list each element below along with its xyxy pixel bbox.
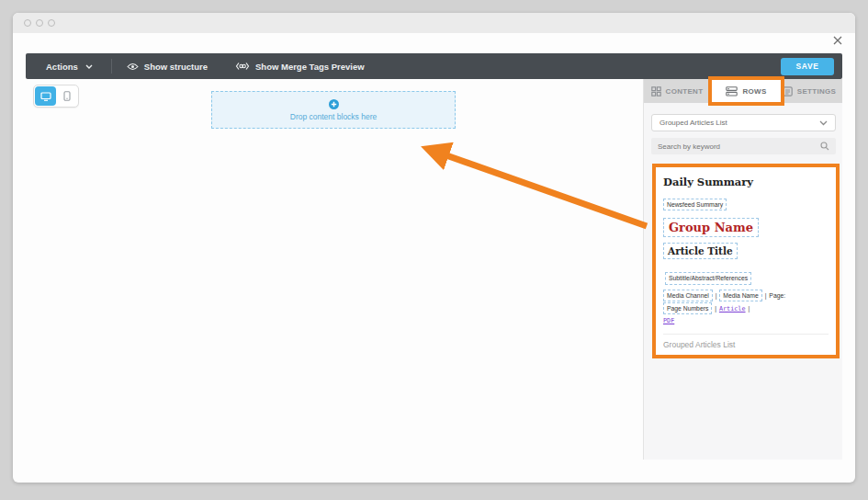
merge-tag-media-name: Media Name	[719, 290, 762, 301]
merge-tag-group-name: Group Name	[663, 218, 759, 237]
add-content-icon	[329, 99, 339, 109]
row-preview-title: Daily Summary	[663, 176, 829, 188]
actions-button[interactable]: Actions	[26, 62, 106, 72]
merge-tag-media-channel: Media Channel	[663, 290, 713, 301]
editor-toolbar: Actions Show structure Show Merge Tags P…	[26, 53, 842, 79]
chevron-down-icon	[819, 120, 828, 126]
save-button[interactable]: SAVE	[781, 58, 834, 75]
search-field	[651, 138, 836, 154]
eye-icon	[127, 62, 139, 71]
pdf-link[interactable]: PDF	[663, 317, 674, 324]
desktop-icon	[40, 92, 51, 101]
editor-window: Actions Show structure Show Merge Tags P…	[13, 13, 855, 483]
desktop-view-button[interactable]	[35, 86, 56, 106]
row-preview-meta: Media Channel | Media Name | Page: Page …	[663, 290, 829, 327]
merge-tag-summary: Newsfeed Summary	[663, 199, 727, 210]
merge-tag-subtitle: Subtitle/Abstract/References	[665, 272, 751, 284]
tab-content-label: CONTENT	[666, 87, 704, 96]
page-label: Page:	[769, 292, 785, 299]
row-preview-grouped-articles[interactable]: Daily Summary Newsfeed Summary Group Nam…	[652, 164, 840, 358]
traffic-light-icon[interactable]	[24, 19, 31, 27]
show-structure-button[interactable]: Show structure	[127, 62, 208, 72]
merge-tags-icon	[235, 62, 250, 71]
meta-separator: |	[765, 292, 767, 299]
search-icon	[820, 142, 829, 151]
tab-settings-label: SETTINGS	[797, 87, 836, 96]
meta-separator: |	[715, 305, 716, 312]
row-category-value: Grouped Articles List	[659, 119, 727, 127]
meta-separator: |	[748, 305, 750, 312]
row-category-select[interactable]: Grouped Articles List	[651, 114, 836, 131]
meta-separator: |	[716, 292, 717, 299]
drop-hint-label: Drop content blocks here	[290, 112, 378, 121]
chevron-down-icon	[85, 64, 93, 69]
mobile-icon	[63, 91, 71, 101]
tab-settings[interactable]: SETTINGS	[776, 79, 842, 103]
actions-label: Actions	[46, 62, 78, 72]
close-icon[interactable]	[832, 35, 843, 46]
right-sidebar: CONTENT SETTINGS ROWS Grouped Articles L…	[643, 79, 842, 460]
grid-icon	[651, 86, 661, 97]
mobile-view-button[interactable]	[56, 86, 77, 106]
row-name-label: Grouped Articles List	[663, 334, 829, 349]
sidebar-tabbar: CONTENT SETTINGS ROWS	[644, 79, 842, 103]
tab-rows[interactable]: ROWS	[708, 76, 784, 106]
traffic-light-icon[interactable]	[36, 19, 43, 27]
tab-content[interactable]: CONTENT	[644, 79, 710, 103]
device-toggle	[33, 85, 79, 108]
window-titlebar	[13, 13, 855, 33]
rows-icon	[726, 86, 738, 97]
toolbar-divider	[111, 59, 112, 74]
search-input[interactable]	[658, 142, 817, 151]
merge-tag-article-title: Article Title	[663, 243, 738, 259]
drop-content-zone[interactable]: Drop content blocks here	[211, 91, 456, 129]
show-merge-tags-button[interactable]: Show Merge Tags Preview	[235, 62, 365, 72]
article-link[interactable]: Article	[719, 305, 746, 312]
merge-tag-page-numbers: Page Numbers	[663, 302, 712, 314]
tab-rows-label: ROWS	[742, 87, 766, 96]
traffic-light-icon[interactable]	[48, 19, 55, 27]
show-structure-label: Show structure	[144, 62, 208, 72]
show-merge-tags-label: Show Merge Tags Preview	[255, 62, 365, 72]
